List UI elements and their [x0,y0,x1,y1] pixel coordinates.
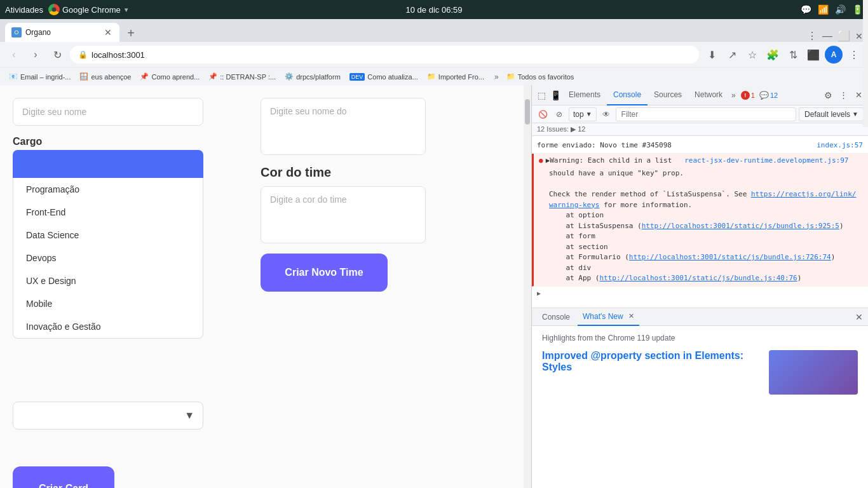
extension-button[interactable]: 🧩 [764,46,782,64]
error-source-link[interactable]: react-jsx-dev-runtime.development.js:97 [684,156,848,165]
warning-keys-link[interactable]: https://reactjs.org/link/warning-keys [549,190,856,209]
dropdown-item-inovacao[interactable]: Inovação e Gestão [13,315,203,338]
whats-new-article-link[interactable]: Improved @property section in Elements: … [542,350,743,372]
console-filter-input[interactable] [616,107,796,121]
console-filter-toggle[interactable]: ⊘ [552,107,566,121]
dropdown-item-datascience[interactable]: Data Science [13,224,203,247]
dropdown-item-devops[interactable]: Devops [13,247,203,269]
bookmark-button[interactable]: ☆ [743,46,761,64]
devtools-dock-button[interactable]: ⬛ [804,46,822,64]
whats-new-tab-label: What's New [583,312,623,321]
issues-indicator: ! 1 [741,91,755,100]
profile-button[interactable]: A [825,46,843,64]
log-source-1[interactable]: index.js:57 [817,140,863,151]
bundle-link-2[interactable]: http://localhost:3001/static/js/bundle.j… [629,253,831,261]
devtools-settings-button[interactable]: ⚙ [821,88,835,102]
activities-button[interactable]: Atividades [5,5,43,15]
sync-button[interactable]: ⇅ [784,46,802,64]
bookmark-todos[interactable]: 📁 Todos os favoritos [503,71,578,82]
chevron-down-icon: ▼ [184,410,194,421]
bundle-link-1[interactable]: http://localhost:3001/static/js/bundle.j… [642,222,839,230]
bookmark-imported[interactable]: 📁 Imported Fro... [423,71,488,82]
devtools-inspect-button[interactable]: ⬚ [534,88,548,102]
battery-icon: 🔋 [852,4,863,15]
bottom-panel-scrollbar[interactable] [863,0,868,127]
criar-time-button[interactable]: Criar Novo Time [261,254,388,292]
minimize-button[interactable]: — [822,30,832,42]
maximize-button[interactable]: ⬜ [837,30,850,42]
bookmark-detran[interactable]: 📌 :: DETRAN-SP :... [205,71,280,82]
whats-new-content: Highlights from the Chrome 119 update Im… [532,326,868,435]
expand-arrow[interactable]: ▶ [537,290,541,297]
back-button[interactable]: ‹ [5,46,23,64]
context-label: top [573,110,584,119]
cargo-dropdown[interactable]: Programação Front-End Data Science Devop… [13,150,203,339]
bookmark-dev-label: Como atualiza... [367,73,417,81]
browser-frame: O Organo ✕ + ⋮ — ⬜ ✕ ‹ › ↻ 🔒 localhost:3… [0,19,868,85]
log-levels-button[interactable]: Default levels ▼ [799,107,864,121]
bookmark-email[interactable]: 📧 Email – ingrid-... [5,71,74,82]
dropdown-item-uxdesign[interactable]: UX e Design [13,269,203,292]
whats-new-text: Improved @property section in Elements: … [542,350,754,373]
bookmark-aprender[interactable]: 📌 Como aprend... [136,71,203,82]
dropdown-item-mobile[interactable]: Mobile [13,292,203,315]
whats-new-tab-close[interactable]: ✕ [628,312,634,320]
bookmark-eus-icon: 🪟 [79,72,88,81]
discord-icon[interactable]: 💬 [801,4,811,15]
dropdown-list: Programação Front-End Data Science Devop… [13,178,203,339]
tab-elements[interactable]: Elements [562,85,607,105]
bottom-panel-close-button[interactable]: ✕ [855,312,863,322]
devtools-mobile-button[interactable]: 📱 [548,88,562,102]
bottom-tab-console[interactable]: Console [537,308,575,326]
tab-menu-button[interactable]: ⋮ [807,30,817,42]
right-name-input[interactable]: Digite seu nome do [261,98,426,155]
tab-sources[interactable]: Sources [648,85,688,105]
dropdown-item-programacao[interactable]: Programação [13,178,203,201]
reload-button[interactable]: ↻ [48,46,66,64]
chrome-taskbar-item[interactable]: Google Chrome ▼ [48,4,130,15]
bottom-tab-whats-new[interactable]: What's New ✕ [578,308,639,326]
tab-title: Organo [25,28,51,37]
lock-icon: 🔒 [78,50,88,59]
clear-console-button[interactable]: 🚫 [536,107,550,121]
chrome-taskbar-dropdown[interactable]: ▼ [123,6,130,13]
bundle-link-3[interactable]: http://localhost:3001/static/js/bundle.j… [599,274,797,282]
name-placeholder: Digite seu nome [22,107,86,117]
context-selector[interactable]: top ▼ [569,107,597,121]
error-entry-top: ● ▶Warning: Each child in a list react-j… [539,156,863,166]
address-bar[interactable]: 🔒 localhost:3001 [70,46,699,64]
devtools-vertical-dots[interactable]: ⋮ [836,88,850,102]
second-select[interactable] [13,402,203,430]
toolbar-actions: ⬇ ↗ ☆ 🧩 ⇅ ⬛ A ⋮ [703,46,863,64]
tab-console[interactable]: Console [607,85,648,105]
dropdown-selected-item[interactable] [13,150,203,178]
console-count: 12 [770,92,778,99]
taskbar-left: Atividades Google Chrome ▼ [5,4,130,15]
bookmark-drpcs[interactable]: ⚙️ drpcs/platform [281,71,344,82]
bookmark-dev[interactable]: DEV Como atualiza... [346,72,422,82]
chrome-taskbar-label: Google Chrome [62,5,121,15]
name-input-box[interactable]: Digite seu nome [13,98,203,126]
page-scrollbar-thumb[interactable] [525,99,530,125]
criar-card-button[interactable]: Criar Card [13,466,114,488]
cor-input[interactable]: Digite a cor do time [261,186,426,243]
menu-button[interactable]: ⋮ [845,46,863,64]
dropdown-item-frontend[interactable]: Front-End [13,201,203,224]
volume-icon[interactable]: 🔊 [835,4,846,15]
download-button[interactable]: ⬇ [703,46,721,64]
wifi-icon[interactable]: 📶 [818,4,829,15]
forward-button[interactable]: › [27,46,44,64]
right-form: Digite seu nome do Cor do time Digite a … [261,98,426,292]
eye-button[interactable]: 👁 [599,107,613,121]
share-button[interactable]: ↗ [723,46,741,64]
bookmark-eus[interactable]: 🪟 eus abençoe [76,71,135,82]
new-tab-button[interactable]: + [122,24,140,42]
devtools-more-tabs[interactable]: » [729,91,738,100]
bookmarks-more-button[interactable]: » [492,71,501,83]
window-close-button[interactable]: ✕ [855,31,863,41]
tab-favicon: O [11,27,22,37]
active-tab[interactable]: O Organo ✕ [5,23,119,42]
tab-close-button[interactable]: ✕ [103,27,113,37]
issues-bar: 12 Issues: ▶ 12 [532,123,868,136]
tab-network[interactable]: Network [688,85,729,105]
